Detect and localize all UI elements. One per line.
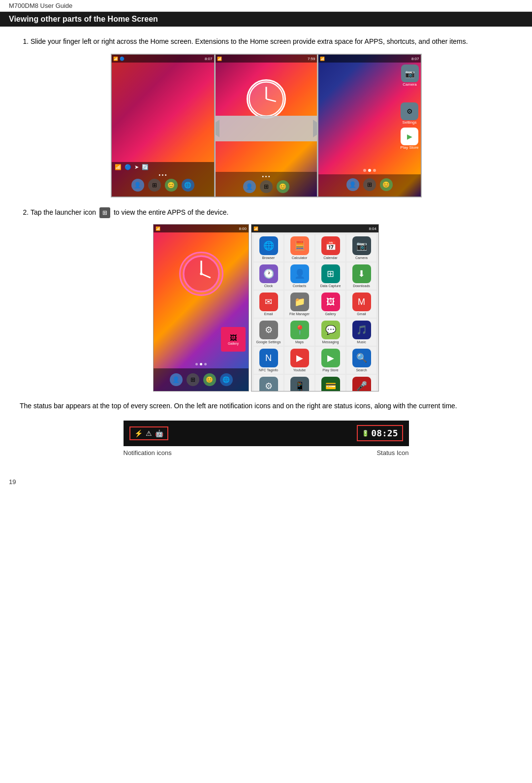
status-bar-labels: Notification icons Status Icon xyxy=(124,446,409,459)
app-grid-item: 📷Camera xyxy=(346,234,376,261)
clock-circle-panel2 xyxy=(247,79,286,119)
app-icon: ▶ xyxy=(321,349,340,367)
app-label: Gmail xyxy=(357,312,366,316)
app-grid-item: ⚙Google Settings xyxy=(253,319,283,346)
app-label: Calendar xyxy=(323,256,337,260)
app-label: Camera xyxy=(355,256,368,260)
warning-icon: ⚠ xyxy=(146,429,152,437)
usb-icon: ⚡ xyxy=(134,429,143,437)
page-header: M700DM8 User Guide xyxy=(0,0,532,12)
app-label: Contacts xyxy=(293,284,307,288)
status-bar-left: 📶 8:00 xyxy=(154,225,249,232)
notification-label: Notification icons xyxy=(124,449,172,457)
app-grid-item: ▶Play Store xyxy=(315,347,345,374)
app-icon: ✉ xyxy=(259,293,278,311)
screenshot-panel-3: 📶 8:07 📷 Camera ⚙ Settings ▶ xyxy=(318,54,421,197)
app-grid-item: 🧮Calculator xyxy=(284,234,314,261)
app-grid-item: ⚙Settings xyxy=(253,375,283,392)
app-label: File Manager xyxy=(289,312,310,316)
app-grid-item: 💳SmartCardApp xyxy=(315,375,345,392)
phone-screen-right: 📶 8:04 🌐Browser🧮Calculator📅Calendar📷Came… xyxy=(251,224,379,392)
app-icon: 🎵 xyxy=(352,321,371,339)
app-grid-item: 🎵Music xyxy=(346,319,376,346)
app-grid-item: 📱SIM Toolkit xyxy=(284,375,314,392)
app-grid-item: 📅Calendar xyxy=(315,234,345,261)
gallery-thumbnail: 🖼 Gallery xyxy=(221,327,246,352)
step2-list: Tap the launcher icon ⊞ to view the enti… xyxy=(20,207,512,218)
app-grid-item: 📁File Manager xyxy=(284,291,314,318)
status-bar-right: 📶 8:04 xyxy=(251,225,378,232)
panel3-bottom-icons: ⚙ Settings ▶ Play Store xyxy=(401,102,419,150)
app-icon: 📱 xyxy=(290,377,309,392)
app-icon: 📅 xyxy=(321,236,340,255)
page-number: 19 xyxy=(9,478,16,486)
app-icon: N xyxy=(259,349,278,367)
app-label: Search xyxy=(356,368,367,372)
app-grid-item: 🌐Browser xyxy=(253,234,283,261)
dock-left: 👤 ⊞ 😊 🌐 xyxy=(154,368,249,391)
steps-list: Slide your finger left or right across t… xyxy=(20,36,512,47)
app-grid-item: 🕐Clock xyxy=(253,262,283,290)
app-label: Data Capture xyxy=(320,284,341,288)
app-icon: 👤 xyxy=(290,264,309,283)
app-icon: ▶ xyxy=(290,349,309,367)
app-icon: 🌐 xyxy=(259,236,278,255)
app-icon: 📁 xyxy=(290,293,309,311)
app-label: Downloads xyxy=(353,284,370,288)
status-bar-panel1: 📶🔵 8:07 xyxy=(112,55,214,63)
app-icon: M xyxy=(352,293,371,311)
app-icon: ⚙ xyxy=(259,377,278,392)
app-label: Messaging xyxy=(322,340,339,344)
app-grid-item: ✉Email xyxy=(253,291,283,318)
status-bar-visual: ⚡ ⚠ 🤖 🔋 08:25 xyxy=(124,421,409,446)
app-icon: 💬 xyxy=(321,321,340,339)
page-dots-left xyxy=(154,363,249,365)
app-icon: ⚙ xyxy=(259,321,278,339)
app-grid-item: NNFC Taginfo xyxy=(253,347,283,374)
app-screenshots-container: 📶 8:00 🖼 Gallery xyxy=(20,224,512,392)
app-label: NFC Taginfo xyxy=(259,368,278,372)
app-label: Clock xyxy=(264,284,273,288)
app-grid: 🌐Browser🧮Calculator📅Calendar📷Camera🕐Cloc… xyxy=(251,232,378,392)
phone-screen-left: 📶 8:00 🖼 Gallery xyxy=(153,224,249,392)
app-icon: 📷 xyxy=(352,236,371,255)
app-label: Music xyxy=(357,340,366,344)
app-label: Gallery xyxy=(325,312,336,316)
app-label: Maps xyxy=(295,340,304,344)
app-grid-item: 📍Maps xyxy=(284,319,314,346)
app-icon: 💳 xyxy=(321,377,340,392)
app-icon: 📍 xyxy=(290,321,309,339)
content-area: Slide your finger left or right across t… xyxy=(0,32,532,474)
clock-circle-left xyxy=(179,252,223,296)
app-icon: 🔍 xyxy=(352,349,371,367)
screenshot-panel-2: 📶 7:59 xyxy=(215,54,318,197)
status-bar-paragraph: The status bar appears at the top of eve… xyxy=(20,400,512,411)
status-bar-panel3: 📶 8:07 xyxy=(318,55,421,63)
app-grid-item: MGmail xyxy=(346,291,376,318)
app-label: Google Settings xyxy=(256,340,281,344)
notif-icons: 📶🔵 xyxy=(113,57,125,61)
page-footer: 19 xyxy=(0,474,532,489)
app-label: Play Store xyxy=(322,368,338,372)
android-icon: 🤖 xyxy=(155,429,163,437)
launcher-icon-inline: ⊞ xyxy=(99,207,110,218)
app-label: Browser xyxy=(262,256,275,260)
svg-line-2 xyxy=(266,99,276,101)
app-label: Email xyxy=(264,312,273,316)
app-grid-item: 💬Messaging xyxy=(315,319,345,346)
app-icon: 🖼 xyxy=(321,293,340,311)
app-grid-item: 🔍Search xyxy=(346,347,376,374)
step-2: Tap the launcher icon ⊞ to view the enti… xyxy=(31,207,512,218)
status-icon-label: Status Icon xyxy=(376,449,408,457)
app-icon: 🕐 xyxy=(259,264,278,283)
app-grid-item: ⬇Downloads xyxy=(346,262,376,290)
app-icon: ⊞ xyxy=(321,264,340,283)
arrow-left-icon xyxy=(215,120,219,137)
svg-point-6 xyxy=(200,273,202,275)
app-icon: 🧮 xyxy=(290,236,309,255)
step-1: Slide your finger left or right across t… xyxy=(31,36,512,47)
section-heading: Viewing other parts of the Home Screen xyxy=(0,12,532,27)
status-bar-demo: ⚡ ⚠ 🤖 🔋 08:25 Notification icons Status … xyxy=(20,421,512,459)
app-grid-item: ⊞Data Capture xyxy=(315,262,345,290)
status-bar-panel2: 📶 7:59 xyxy=(216,55,317,63)
